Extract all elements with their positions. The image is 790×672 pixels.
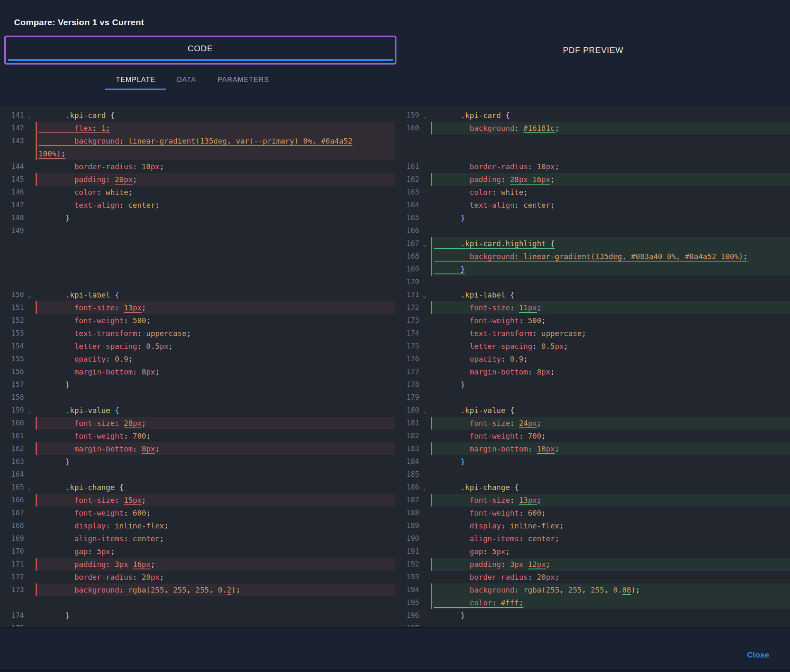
code-token: [38, 290, 65, 299]
tab-pdf-preview[interactable]: PDF PREVIEW: [396, 36, 790, 65]
chevron-down-icon[interactable]: ⌄: [419, 109, 430, 122]
code-text: .kpi-change {: [431, 481, 790, 494]
code-token: border-radius: [470, 573, 528, 581]
code-token: 600: [528, 509, 542, 517]
code-token: [434, 406, 461, 415]
code-token: align-items: [74, 534, 124, 543]
code-token: px: [142, 560, 151, 569]
line-gutter: 180⌄: [395, 404, 431, 417]
code-token: ;: [550, 175, 555, 184]
fold-spacer: [24, 378, 35, 391]
code-text: letter-spacing: 0.5px;: [431, 340, 790, 353]
code-text: [36, 391, 395, 404]
chevron-down-icon[interactable]: ⌄: [419, 481, 430, 494]
chevron-down-icon[interactable]: ⌄: [24, 109, 35, 122]
subtab-template[interactable]: TEMPLATE: [105, 70, 166, 90]
code-text: .kpi-label {: [431, 288, 790, 301]
line-number: 179: [395, 391, 419, 404]
fold-spacer: [419, 314, 430, 327]
code-token: ;: [106, 124, 110, 132]
code-token: :: [97, 188, 106, 197]
code-line: 151 font-size: 13px;: [0, 301, 395, 314]
chevron-down-icon[interactable]: ⌄: [419, 288, 430, 301]
subtab-data-label: DATA: [177, 76, 196, 83]
code-token: :: [528, 573, 537, 581]
code-text: [431, 391, 790, 404]
code-token: 15: [124, 496, 133, 504]
code-token: center: [133, 534, 160, 543]
code-token: 1: [101, 124, 106, 132]
code-token: 255: [151, 586, 164, 594]
line-number: 174: [0, 609, 24, 622]
line-number: 164: [0, 468, 24, 481]
line-gutter: 146: [0, 186, 36, 199]
line-number: 193: [395, 571, 419, 583]
code-token: [434, 586, 470, 594]
close-button[interactable]: Close: [747, 650, 769, 660]
code-token: ;: [151, 560, 155, 569]
fold-spacer: [24, 519, 35, 532]
code-text: [431, 224, 790, 237]
code-token: ;: [142, 419, 146, 427]
code-token: ,: [187, 586, 196, 594]
line-number: 177: [395, 365, 419, 378]
line-gutter: 159⌄: [0, 404, 36, 417]
fold-spacer: [419, 455, 430, 468]
line-gutter: 190: [395, 532, 431, 545]
fold-spacer: [24, 134, 35, 147]
code-token: 20: [537, 573, 546, 581]
code-line: 100%);: [0, 147, 395, 160]
line-gutter: 141⌄: [0, 109, 36, 122]
code-token: :: [514, 201, 523, 209]
chevron-down-icon[interactable]: ⌄: [24, 288, 35, 301]
code-token: [434, 252, 470, 261]
code-token: ;: [187, 329, 191, 338]
code-line: [0, 250, 395, 263]
line-number: 170: [395, 276, 419, 288]
code-token: ;: [550, 201, 555, 209]
line-number: 195: [395, 596, 419, 609]
line-number: [0, 263, 24, 276]
code-token: .kpi-change: [461, 483, 510, 492]
chevron-down-icon[interactable]: ⌄: [24, 481, 35, 494]
line-gutter: 161: [0, 430, 36, 442]
code-line: 164: [0, 468, 395, 481]
code-line: 181 font-size: 24px;: [395, 417, 790, 430]
fold-spacer: [24, 211, 35, 224]
code-line: 174 text-transform: uppercase;: [395, 327, 790, 340]
code-token: display: [74, 521, 106, 530]
line-number: 182: [395, 430, 419, 442]
code-token: [38, 162, 74, 171]
chevron-down-icon[interactable]: ⌄: [419, 237, 430, 250]
line-number: [0, 237, 24, 250]
code-token: [434, 175, 470, 184]
code-token: {: [115, 483, 124, 492]
code-line: 173 font-weight: 500;: [395, 314, 790, 327]
tab-code[interactable]: CODE: [4, 36, 396, 65]
chevron-down-icon[interactable]: ⌄: [419, 404, 430, 417]
line-gutter: 162: [395, 173, 431, 186]
code-text: [36, 237, 395, 250]
line-number: [395, 147, 419, 160]
code-line: 155 opacity: 0.9;: [0, 353, 395, 365]
line-number: 151: [0, 301, 24, 314]
chevron-down-icon[interactable]: ⌄: [24, 404, 35, 417]
code-token: [38, 483, 65, 492]
code-token: {: [106, 111, 115, 120]
line-gutter: [0, 250, 36, 263]
fold-spacer: [24, 506, 35, 519]
line-number: 168: [395, 250, 419, 263]
code-token: margin-bottom: [470, 444, 528, 453]
line-gutter: 164: [0, 468, 36, 481]
line-number: 159: [395, 109, 419, 122]
code-token: text-transform: [74, 329, 137, 338]
code-line: [0, 596, 395, 609]
code-token: ;: [155, 201, 160, 209]
code-line: 148 }: [0, 211, 395, 224]
line-number: 143: [0, 134, 24, 147]
subtab-parameters[interactable]: PARAMETERS: [207, 70, 280, 90]
code-token: [38, 406, 65, 415]
fold-spacer: [419, 558, 430, 571]
code-token: :: [501, 521, 510, 530]
subtab-data[interactable]: DATA: [166, 70, 207, 90]
